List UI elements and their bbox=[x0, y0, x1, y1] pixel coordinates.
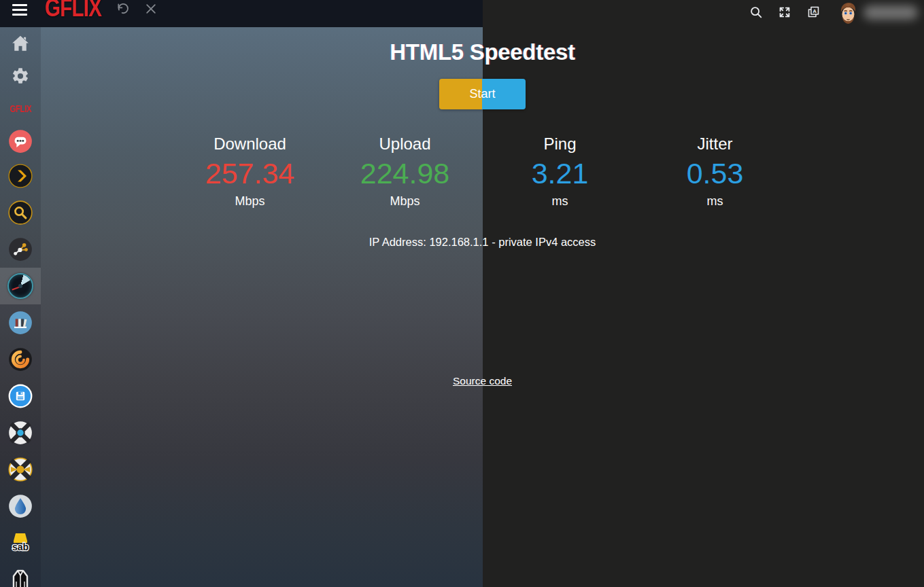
fullscreen-icon[interactable] bbox=[777, 5, 792, 20]
jackett-icon bbox=[7, 568, 33, 587]
translate-icon[interactable]: A bbox=[806, 5, 821, 20]
gflix-text-logo: GFLIX bbox=[10, 103, 31, 114]
user-avatar[interactable] bbox=[838, 1, 858, 24]
metric-value: 224.98 bbox=[328, 154, 483, 192]
sidebar-item-deluge[interactable] bbox=[0, 488, 41, 524]
metric-label: Jitter bbox=[638, 134, 793, 154]
library-books-app-icon bbox=[8, 310, 33, 335]
metric-value: 0.53 bbox=[638, 154, 793, 192]
metric-unit: ms bbox=[483, 192, 638, 210]
gold-reel-app-icon bbox=[8, 457, 33, 482]
metric-value: 257.34 bbox=[173, 154, 328, 192]
metric-upload: Upload 224.98 Mbps bbox=[328, 134, 483, 210]
speedtest-gauge-icon bbox=[7, 273, 33, 299]
sidebar-item-home[interactable] bbox=[0, 27, 41, 60]
speedtest-panel: HTML5 Speedtest Start Download 257.34 Mb… bbox=[41, 27, 924, 587]
metric-unit: Mbps bbox=[173, 192, 328, 210]
svg-text:A: A bbox=[812, 8, 817, 14]
ip-address-text: IP Address: 192.168.1.1 - private IPv4 a… bbox=[41, 236, 924, 249]
sidebar-item-network-app[interactable] bbox=[0, 231, 41, 268]
blue-reel-app-icon bbox=[8, 421, 33, 445]
menu-icon[interactable] bbox=[12, 4, 29, 16]
source-code-link[interactable]: Source code bbox=[453, 375, 512, 387]
plex-icon bbox=[8, 164, 33, 188]
sidebar-item-blue-reel[interactable] bbox=[0, 414, 41, 451]
chat-app-icon bbox=[8, 129, 33, 154]
sidebar-item-chat[interactable] bbox=[0, 125, 41, 158]
metric-jitter: Jitter 0.53 ms bbox=[638, 134, 793, 210]
screen: GFLIX bbox=[0, 0, 924, 587]
network-graph-app-icon bbox=[8, 237, 33, 262]
sidebar-item-sabnzbd[interactable]: sab bbox=[0, 524, 41, 561]
refresh-icon[interactable] bbox=[116, 1, 131, 16]
metric-unit: ms bbox=[638, 192, 793, 210]
sidebar-item-gold-reel[interactable] bbox=[0, 451, 41, 488]
sidebar-item-library[interactable] bbox=[0, 304, 41, 341]
topbar: GFLIX bbox=[0, 0, 924, 27]
metric-label: Ping bbox=[483, 134, 638, 154]
sidebar: GFLIX bbox=[0, 27, 41, 587]
search-app-icon bbox=[8, 200, 33, 225]
svg-text:sab: sab bbox=[12, 541, 29, 552]
metric-label: Download bbox=[173, 134, 328, 154]
app-logo[interactable]: GFLIX bbox=[45, 0, 101, 24]
sidebar-item-settings[interactable] bbox=[0, 60, 41, 92]
metrics-row: Download 257.34 Mbps Upload 224.98 Mbps … bbox=[173, 134, 793, 210]
page-title: HTML5 Speedtest bbox=[41, 39, 924, 65]
sidebar-item-search-app[interactable] bbox=[0, 194, 41, 231]
settings-gear-icon bbox=[11, 67, 30, 86]
start-button[interactable]: Start bbox=[439, 79, 526, 109]
metric-label: Upload bbox=[328, 134, 483, 154]
home-icon bbox=[10, 33, 31, 54]
sidebar-item-gflix[interactable]: GFLIX bbox=[0, 92, 41, 125]
sidebar-item-plex[interactable] bbox=[0, 158, 41, 194]
backup-floppy-app-icon bbox=[8, 384, 33, 408]
metric-download: Download 257.34 Mbps bbox=[173, 134, 328, 210]
sidebar-item-backup[interactable] bbox=[0, 378, 41, 414]
close-icon[interactable] bbox=[144, 1, 159, 16]
metric-ping: Ping 3.21 ms bbox=[483, 134, 638, 210]
metric-unit: Mbps bbox=[328, 192, 483, 210]
sidebar-item-speedtest[interactable] bbox=[0, 268, 41, 304]
metric-value: 3.21 bbox=[483, 154, 638, 192]
sidebar-item-jackett[interactable] bbox=[0, 561, 41, 587]
grafana-icon bbox=[8, 347, 33, 372]
username-redacted[interactable] bbox=[863, 5, 918, 20]
sabnzbd-icon: sab bbox=[7, 530, 33, 556]
search-icon[interactable] bbox=[749, 5, 764, 20]
deluge-drop-icon bbox=[8, 494, 33, 518]
sidebar-item-grafana[interactable] bbox=[0, 341, 41, 378]
